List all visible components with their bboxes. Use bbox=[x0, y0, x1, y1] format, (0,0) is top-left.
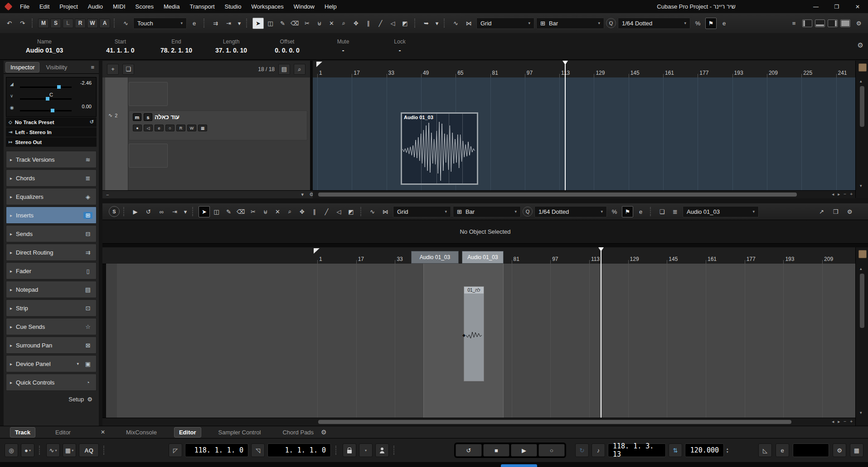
scroll-left-icon[interactable]: ◂ bbox=[832, 419, 834, 424]
minimize-button[interactable]: — bbox=[805, 0, 826, 13]
editor-audiowarp-button[interactable]: ⚑ bbox=[622, 206, 633, 217]
scroll-right-icon[interactable]: ▸ bbox=[838, 192, 840, 197]
inspector-section-sends[interactable]: ▸Sends⊟ bbox=[6, 225, 97, 242]
maximize-button[interactable]: ❐ bbox=[826, 0, 847, 13]
scroll-right-icon[interactable]: ▸ bbox=[838, 419, 840, 424]
arrangement-canvas[interactable]: Audio 01_03 bbox=[313, 77, 855, 190]
warp-diamond-icon[interactable]: ◆ bbox=[462, 333, 466, 337]
color-tool[interactable]: ◩ bbox=[399, 18, 411, 29]
inspector-setup-row[interactable]: Setup ⚙ bbox=[4, 392, 99, 403]
track-row[interactable]: ∿ 2 m s עוד כאלה ●◁e○RW▦ bbox=[129, 111, 307, 140]
tab-inspector[interactable]: Inspector bbox=[5, 62, 39, 72]
mute-tool[interactable]: ✕ bbox=[272, 206, 283, 217]
tab-editor[interactable]: Editor bbox=[174, 427, 201, 438]
scroll-down-icon[interactable]: ▾ bbox=[301, 192, 304, 197]
close-button[interactable]: ✕ bbox=[847, 0, 868, 13]
inspector-menu-icon[interactable]: ≡ bbox=[91, 64, 97, 71]
hand-tool[interactable]: ✥ bbox=[296, 206, 308, 217]
vscroll-thumb[interactable] bbox=[860, 274, 864, 328]
editor-iterative-quantize-button[interactable]: % bbox=[609, 206, 620, 217]
edit-channel-button[interactable]: e bbox=[155, 125, 164, 131]
menu-file[interactable]: File bbox=[16, 2, 34, 11]
infoline-value[interactable]: 0. 0. 0. 0 bbox=[275, 47, 299, 54]
split-tool[interactable]: ✂ bbox=[301, 18, 313, 29]
editor-vscrollbar[interactable]: ▴ ▾ bbox=[855, 247, 868, 426]
goto-right-locator-button[interactable]: ◹ bbox=[251, 443, 265, 457]
window-zone-lower-button[interactable] bbox=[815, 19, 825, 27]
record-enable-button[interactable]: ● bbox=[133, 125, 142, 131]
window-zone-left-button[interactable] bbox=[802, 19, 812, 27]
ruler-options-button[interactable] bbox=[858, 63, 867, 72]
scroll-up-icon[interactable]: ▴ bbox=[860, 266, 862, 271]
infoline-value[interactable]: 41. 1. 1. 0 bbox=[106, 47, 134, 54]
lock-button[interactable] bbox=[343, 443, 356, 457]
solo-button[interactable]: s bbox=[144, 113, 152, 121]
track-name[interactable]: עוד כאלה bbox=[155, 114, 179, 120]
transport-setup-button[interactable]: ⚙ bbox=[833, 443, 846, 457]
feedback-options-button[interactable]: ▾ bbox=[434, 18, 440, 29]
glue-tool[interactable]: ⊎ bbox=[260, 206, 271, 217]
active-part-select[interactable]: Audio 01_03 ▾ bbox=[683, 206, 759, 217]
tab-track[interactable]: Track bbox=[10, 427, 35, 438]
draw-tool[interactable]: ✎ bbox=[277, 18, 288, 29]
output-gain-slider[interactable] bbox=[20, 110, 72, 111]
infoline-value[interactable]: 37. 1. 0. 10 bbox=[215, 47, 247, 54]
inspector-section-inserts[interactable]: ▸Inserts⊞ bbox=[6, 207, 97, 224]
show-lanes-button[interactable]: ▦ bbox=[198, 125, 207, 131]
tab-visibility[interactable]: Visibility bbox=[41, 63, 72, 72]
infoline-value[interactable]: 78. 2. 1. 10 bbox=[160, 47, 192, 54]
input-routing-row[interactable]: ⇥ Left - Stereo In bbox=[6, 127, 97, 137]
punch-time-display[interactable]: 118. 1. 3. 13 bbox=[608, 443, 666, 457]
zoom-out-icon[interactable]: − bbox=[844, 192, 846, 197]
editor-play-button[interactable]: ▶ bbox=[130, 206, 141, 217]
menu-edit[interactable]: Edit bbox=[35, 2, 53, 11]
scroll-up-icon[interactable]: ▴ bbox=[860, 79, 862, 83]
editor-gear-button[interactable]: ⚙ bbox=[844, 206, 855, 217]
infoline-value[interactable]: - bbox=[342, 47, 344, 54]
spin-down-icon[interactable]: ▾ bbox=[727, 450, 728, 453]
arrangement-vscrollbar[interactable]: ▴ ▾ bbox=[855, 61, 868, 198]
range-selection-tool[interactable]: ◫ bbox=[211, 206, 222, 217]
arrangement-ruler[interactable]: 1173349658197113129145161177193209225241 bbox=[313, 61, 855, 78]
mute-button[interactable]: m bbox=[133, 113, 141, 121]
editor-quantize-icon[interactable]: Q bbox=[523, 207, 533, 217]
automation-s-button[interactable]: S bbox=[50, 19, 61, 28]
window-zone-right-button[interactable] bbox=[828, 19, 838, 27]
object-selection-tool[interactable]: ➤ bbox=[252, 18, 264, 29]
pan-handle[interactable] bbox=[46, 97, 49, 101]
glue-tool[interactable]: ⊎ bbox=[314, 18, 325, 29]
audio-activity-button[interactable]: ◎ bbox=[5, 443, 18, 457]
snap-type-select[interactable]: Grid ▾ bbox=[476, 18, 534, 29]
auto-quantize-button[interactable]: AQ bbox=[79, 443, 99, 457]
part-tab[interactable]: Audio 01_03 bbox=[411, 251, 459, 264]
scroll-down-icon[interactable]: ▾ bbox=[860, 410, 862, 415]
pan-value[interactable]: C bbox=[49, 92, 53, 97]
automation-mode-select[interactable]: Touch ▾ bbox=[133, 18, 187, 29]
snap-zero-crossing-button[interactable]: ∿ bbox=[450, 18, 461, 29]
empty-track-slot[interactable] bbox=[129, 144, 168, 168]
window-zone-all-button[interactable] bbox=[840, 19, 850, 27]
audio-event-clip[interactable]: Audio 01_03 bbox=[401, 112, 478, 185]
editor-loop-button[interactable]: ↺ bbox=[143, 206, 154, 217]
menu-scores[interactable]: Scores bbox=[131, 2, 158, 11]
automation-panel-button[interactable]: e bbox=[189, 18, 200, 29]
spin-up-icon[interactable]: ▴ bbox=[727, 447, 728, 450]
quantize-panel-button[interactable]: e bbox=[718, 18, 730, 29]
volume-value[interactable]: -2.46 bbox=[80, 80, 92, 86]
audiowarp-quantize-button[interactable]: ⚑ bbox=[705, 18, 717, 29]
track-search-button[interactable]: ⌕ bbox=[294, 64, 305, 75]
inspector-section-direct-routing[interactable]: ▸Direct Routing⇉ bbox=[6, 244, 97, 261]
autoscroll-button[interactable]: ⇉ bbox=[210, 18, 221, 29]
editor-window-button[interactable]: ❒ bbox=[830, 206, 841, 217]
editor-snap-button[interactable]: ⋈ bbox=[380, 206, 391, 217]
iterative-quantize-button[interactable]: % bbox=[692, 18, 703, 29]
comp-tool[interactable]: ∥ bbox=[309, 206, 320, 217]
open-in-window-button[interactable]: ↗ bbox=[816, 206, 827, 217]
editor-quantize-panel-button[interactable]: e bbox=[635, 206, 646, 217]
primary-time-display[interactable]: 118. 1. 1. 0 bbox=[185, 443, 248, 457]
volume-handle[interactable] bbox=[57, 85, 61, 89]
preset-history-icon[interactable]: ↺ bbox=[90, 119, 94, 125]
editor-hscrollbar[interactable]: ◂ ▸ − + bbox=[102, 418, 855, 426]
menu-help[interactable]: Help bbox=[320, 2, 341, 11]
zoom-in-icon[interactable]: + bbox=[850, 419, 853, 424]
